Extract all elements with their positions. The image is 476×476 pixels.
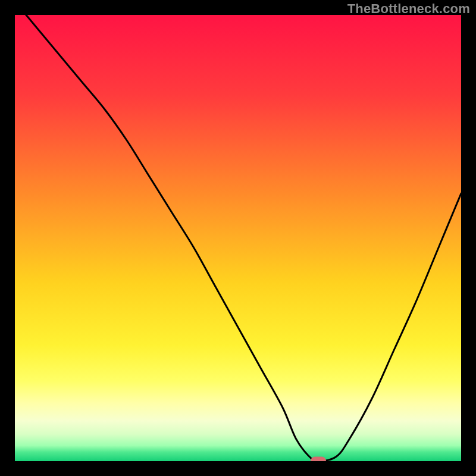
plot-area: [15, 15, 461, 461]
chart-frame: TheBottleneck.com: [0, 0, 476, 476]
bottleneck-chart: [15, 15, 461, 461]
optimal-marker: [311, 457, 326, 462]
